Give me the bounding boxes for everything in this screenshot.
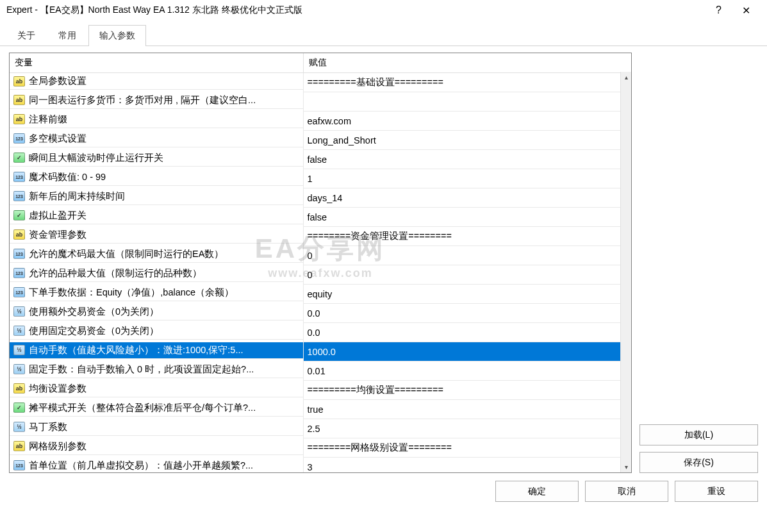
table-row[interactable]: ab网格级别参数========网格级别设置========: [10, 438, 631, 458]
window-title: Expert - 【EA交易】North East Way EA 1.312 东…: [6, 4, 705, 16]
table-row[interactable]: 123多空模式设置Long_and_Short: [10, 131, 631, 150]
variable-label: 使用固定交易资金（0为关闭）: [29, 325, 159, 337]
value-cell[interactable]: ========网格级别设置========: [303, 438, 631, 458]
variable-cell[interactable]: ✓瞬间且大幅波动时停止运行开关: [10, 150, 303, 167]
variable-label: 多空模式设置: [29, 133, 87, 145]
value-cell[interactable]: false: [303, 150, 631, 169]
variable-label: 使用额外交易资金（0为关闭）: [29, 306, 159, 318]
bool-type-icon: ✓: [13, 210, 25, 220]
variable-cell[interactable]: ½马丁系数: [10, 419, 303, 436]
table-row[interactable]: 123首单位置（前几单虚拟交易）：值越小开单越频繁?...3: [10, 458, 631, 473]
variable-cell[interactable]: 123允许的魔术码最大值（限制同时运行的EA数）: [10, 246, 303, 263]
table-row[interactable]: ab同一图表运行多货币：多货币对用 , 隔开（建议空白...: [10, 92, 631, 112]
variable-cell[interactable]: 123魔术码数值: 0 - 99: [10, 169, 303, 186]
variable-cell[interactable]: 123允许的品种最大值（限制运行的品种数）: [10, 265, 303, 282]
variable-cell[interactable]: ab网格级别参数: [10, 438, 303, 455]
value-cell[interactable]: 1: [303, 169, 631, 188]
table-row[interactable]: ✓虚拟止盈开关false: [10, 208, 631, 227]
table-row[interactable]: 123允许的品种最大值（限制运行的品种数）0: [10, 265, 631, 285]
table-row[interactable]: ½固定手数：自动手数输入 0 时，此项设置固定起始?...0.01: [10, 362, 631, 381]
table-row[interactable]: ab均衡设置参数=========均衡设置=========: [10, 381, 631, 400]
variable-cell[interactable]: ✓虚拟止盈开关: [10, 208, 303, 224]
table-row[interactable]: ½使用固定交易资金（0为关闭）0.0: [10, 323, 631, 342]
table-row[interactable]: ½使用额外交易资金（0为关闭）0.0: [10, 304, 631, 323]
variable-cell[interactable]: ab全局参数设置: [10, 73, 303, 90]
value-cell[interactable]: 1000.0: [303, 342, 631, 362]
tab-inputs[interactable]: 输入参数: [88, 25, 146, 46]
value-cell[interactable]: 0.01: [303, 362, 631, 381]
table-row[interactable]: 123下单手数依据：Equity（净值）,balance（余额）equity: [10, 285, 631, 304]
value-cell[interactable]: 0: [303, 265, 631, 285]
table-row[interactable]: ab资金管理参数========资金管理设置========: [10, 227, 631, 246]
value-cell[interactable]: =========基础设置=========: [303, 73, 631, 92]
parameter-table-wrap: 变量 赋值 ab全局参数设置=========基础设置=========ab同一…: [9, 53, 632, 473]
value-cell[interactable]: 2.5: [303, 419, 631, 438]
bool-type-icon: ✓: [13, 403, 25, 413]
variable-cell[interactable]: ½使用固定交易资金（0为关闭）: [10, 323, 303, 340]
value-cell[interactable]: true: [303, 400, 631, 419]
variable-cell[interactable]: ½使用额外交易资金（0为关闭）: [10, 304, 303, 320]
save-button[interactable]: 保存(S): [639, 452, 758, 473]
scroll-up-icon[interactable]: ▴: [621, 72, 631, 83]
ab-type-icon: ab: [13, 229, 25, 240]
variable-cell[interactable]: ab同一图表运行多货币：多货币对用 , 隔开（建议空白...: [10, 92, 303, 109]
value-cell[interactable]: =========均衡设置=========: [303, 381, 631, 400]
reset-button[interactable]: 重设: [675, 481, 758, 502]
close-button[interactable]: ✕: [732, 4, 761, 17]
variable-cell[interactable]: 123新年后的周末持续时间: [10, 188, 303, 205]
table-row[interactable]: ½自动手数（值越大风险越小）：激进:1000,保守:5...1000.0: [10, 342, 631, 362]
value-cell[interactable]: Long_and_Short: [303, 131, 631, 150]
value-cell[interactable]: [303, 92, 631, 112]
table-row[interactable]: 123魔术码数值: 0 - 991: [10, 169, 631, 188]
column-header-value[interactable]: 赋值: [303, 53, 631, 73]
titlebar: Expert - 【EA交易】North East Way EA 1.312 东…: [0, 0, 767, 21]
ok-button[interactable]: 确定: [495, 481, 579, 502]
value-cell[interactable]: eafxw.com: [303, 112, 631, 131]
variable-cell[interactable]: ½固定手数：自动手数输入 0 时，此项设置固定起始?...: [10, 362, 303, 378]
table-row[interactable]: ½马丁系数2.5: [10, 419, 631, 438]
variable-label: 马丁系数: [29, 421, 67, 433]
table-row[interactable]: ✓摊平模式开关（整体符合盈利标准后平仓/每个订单?...true: [10, 400, 631, 419]
variable-label: 同一图表运行多货币：多货币对用 , 隔开（建议空白...: [29, 94, 256, 106]
load-button[interactable]: 加载(L): [639, 424, 758, 445]
variable-cell[interactable]: ab均衡设置参数: [10, 381, 303, 397]
tab-about[interactable]: 关于: [6, 25, 46, 46]
variable-cell[interactable]: ✓摊平模式开关（整体符合盈利标准后平仓/每个订单?...: [10, 400, 303, 417]
value-cell[interactable]: 3: [303, 458, 631, 473]
variable-label: 瞬间且大幅波动时停止运行开关: [29, 152, 163, 164]
variable-cell[interactable]: 123首单位置（前几单虚拟交易）：值越小开单越频繁?...: [10, 458, 303, 473]
value-cell[interactable]: false: [303, 208, 631, 227]
variable-label: 固定手数：自动手数输入 0 时，此项设置固定起始?...: [29, 363, 254, 376]
table-row[interactable]: ✓瞬间且大幅波动时停止运行开关false: [10, 150, 631, 169]
123-type-icon: 123: [13, 268, 25, 278]
value-cell[interactable]: ========资金管理设置========: [303, 227, 631, 246]
value-cell[interactable]: days_14: [303, 188, 631, 208]
variable-label: 虚拟止盈开关: [29, 210, 87, 222]
vertical-scrollbar[interactable]: ▴ ▾: [620, 72, 631, 472]
table-row[interactable]: 123新年后的周末持续时间days_14: [10, 188, 631, 208]
table-row[interactable]: ab注释前缀eafxw.com: [10, 112, 631, 131]
variable-label: 首单位置（前几单虚拟交易）：值越小开单越频繁?...: [29, 460, 253, 472]
table-row[interactable]: ab全局参数设置=========基础设置=========: [10, 73, 631, 92]
tab-common[interactable]: 常用: [47, 25, 87, 46]
scroll-down-icon[interactable]: ▾: [621, 461, 631, 472]
help-button[interactable]: ?: [705, 4, 732, 16]
variable-cell[interactable]: 123多空模式设置: [10, 131, 303, 147]
content-area: 变量 赋值 ab全局参数设置=========基础设置=========ab同一…: [0, 46, 767, 481]
column-header-variable[interactable]: 变量: [10, 53, 303, 73]
ab-type-icon: ab: [13, 95, 25, 105]
value-cell[interactable]: equity: [303, 285, 631, 304]
123-type-icon: 123: [13, 191, 25, 201]
side-button-panel: 加载(L) 保存(S): [639, 53, 758, 473]
table-row[interactable]: 123允许的魔术码最大值（限制同时运行的EA数）0: [10, 246, 631, 265]
v2-type-icon: ½: [13, 345, 25, 355]
value-cell[interactable]: 0: [303, 246, 631, 265]
value-cell[interactable]: 0.0: [303, 304, 631, 323]
parameter-table-scroll[interactable]: 变量 赋值 ab全局参数设置=========基础设置=========ab同一…: [10, 53, 631, 472]
value-cell[interactable]: 0.0: [303, 323, 631, 342]
variable-cell[interactable]: 123下单手数依据：Equity（净值）,balance（余额）: [10, 285, 303, 301]
cancel-button[interactable]: 取消: [585, 481, 668, 502]
variable-cell[interactable]: ab注释前缀: [10, 112, 303, 128]
variable-cell[interactable]: ½自动手数（值越大风险越小）：激进:1000,保守:5...: [10, 342, 303, 359]
variable-cell[interactable]: ab资金管理参数: [10, 227, 303, 244]
